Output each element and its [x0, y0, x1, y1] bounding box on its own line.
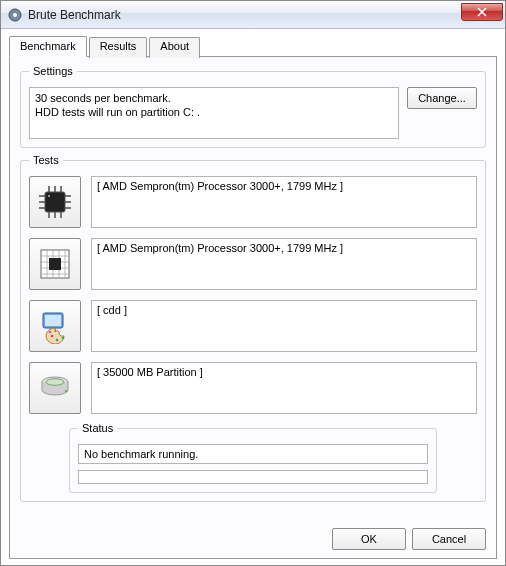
close-icon	[477, 7, 487, 17]
cpu-test-label: [ AMD Sempron(tm) Processor 3000+, 1799 …	[91, 176, 477, 228]
cpu-grid-icon	[37, 246, 73, 282]
settings-group: Settings 30 seconds per benchmark. HDD t…	[20, 65, 486, 148]
cpu-grid-test-button[interactable]	[29, 238, 81, 290]
status-legend: Status	[78, 422, 117, 434]
display-palette-icon	[37, 308, 73, 344]
status-text: No benchmark running.	[78, 444, 428, 464]
client-area: Benchmark Results About Settings 30 seco…	[1, 29, 505, 566]
tabstrip: Benchmark Results About	[9, 35, 497, 56]
settings-legend: Settings	[29, 65, 77, 77]
display-test-button[interactable]	[29, 300, 81, 352]
svg-rect-2	[45, 192, 65, 212]
tests-group: Tests	[20, 154, 486, 502]
svg-point-1	[13, 13, 17, 17]
svg-point-32	[62, 337, 65, 340]
status-group: Status No benchmark running.	[69, 422, 437, 493]
hdd-test-button[interactable]	[29, 362, 81, 414]
svg-rect-25	[49, 258, 61, 270]
ok-button[interactable]: OK	[332, 528, 406, 550]
test-row: [ AMD Sempron(tm) Processor 3000+, 1799 …	[29, 238, 477, 290]
svg-rect-27	[45, 315, 61, 326]
test-row: [ cdd ]	[29, 300, 477, 352]
svg-point-30	[51, 335, 54, 338]
cpu-chip-icon	[37, 184, 73, 220]
tab-about[interactable]: About	[149, 37, 200, 58]
svg-point-15	[48, 195, 50, 197]
window-title: Brute Benchmark	[28, 8, 121, 22]
svg-point-31	[56, 339, 59, 342]
test-row: [ AMD Sempron(tm) Processor 3000+, 1799 …	[29, 176, 477, 228]
hdd-test-label: [ 35000 MB Partition ]	[91, 362, 477, 414]
svg-point-33	[49, 331, 52, 334]
hdd-icon	[37, 370, 73, 406]
close-button[interactable]	[461, 3, 503, 21]
svg-point-35	[46, 379, 64, 386]
change-button[interactable]: Change...	[407, 87, 477, 109]
progress-bar	[78, 470, 428, 484]
display-test-label: [ cdd ]	[91, 300, 477, 352]
tests-legend: Tests	[29, 154, 63, 166]
titlebar: Brute Benchmark	[1, 1, 505, 29]
cancel-button[interactable]: Cancel	[412, 528, 486, 550]
test-row: [ 35000 MB Partition ]	[29, 362, 477, 414]
settings-summary: 30 seconds per benchmark. HDD tests will…	[29, 87, 399, 139]
cpu-test-button[interactable]	[29, 176, 81, 228]
dialog-buttons: OK Cancel	[20, 520, 486, 550]
tab-benchmark[interactable]: Benchmark	[9, 36, 87, 57]
tab-results[interactable]: Results	[89, 37, 148, 58]
tab-panel-benchmark: Settings 30 seconds per benchmark. HDD t…	[9, 56, 497, 559]
svg-point-36	[65, 390, 67, 392]
cpu-grid-test-label: [ AMD Sempron(tm) Processor 3000+, 1799 …	[91, 238, 477, 290]
app-icon	[7, 7, 23, 23]
